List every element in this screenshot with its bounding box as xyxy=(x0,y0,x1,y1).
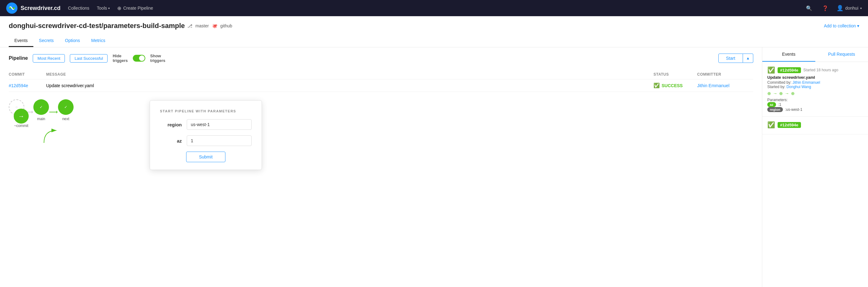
pipeline-label: Pipeline xyxy=(9,56,28,61)
rp-tab-events[interactable]: Events xyxy=(762,47,815,62)
start-pipeline-popup: START PIPELINE WITH PARAMETERS region az… xyxy=(150,100,262,170)
pipeline-area: Pipeline Most Recent Last Successful Hid… xyxy=(0,47,762,287)
col-committer: COMMITTER xyxy=(697,72,753,77)
event-item-2: ✅ #12d594e xyxy=(762,117,868,135)
param-value-az: :1 xyxy=(778,102,781,107)
svg-point-1 xyxy=(9,7,11,9)
add-to-collection-label: Add to collection ▾ xyxy=(824,23,859,28)
popup-input-region[interactable] xyxy=(187,119,252,130)
status-arrow-2: → xyxy=(785,91,789,96)
logo-icon xyxy=(6,2,18,14)
help-button[interactable]: ❓ xyxy=(820,3,830,13)
logo-text: Screwdriver.cd xyxy=(21,5,61,11)
start-button[interactable]: Start xyxy=(718,53,743,63)
status-arrow-1: → xyxy=(773,91,777,96)
search-icon: 🔍 xyxy=(806,5,812,11)
node-circle-commit[interactable]: → xyxy=(14,109,29,123)
event-committed-by-1: Committed by: Jithin Emmanuel xyxy=(767,80,863,85)
most-recent-label: Most Recent xyxy=(37,56,60,61)
tools-chevron-icon: ▾ xyxy=(108,6,110,10)
show-triggers-label: Show triggers xyxy=(150,53,165,63)
start-dropdown-button[interactable]: ▲ xyxy=(743,53,753,63)
search-button[interactable]: 🔍 xyxy=(804,3,814,13)
pipeline-node-main: ✓ main xyxy=(33,99,49,121)
tab-events[interactable]: Events xyxy=(9,35,33,47)
tools-menu[interactable]: Tools ▾ xyxy=(97,6,110,10)
svg-point-2 xyxy=(13,7,14,9)
params-label-1: Parameters: xyxy=(767,98,787,102)
event-status-icon-1: ✅ xyxy=(767,66,775,74)
param-value-region: :us-west-1 xyxy=(785,107,802,112)
start-button-group: Start ▲ xyxy=(718,53,753,63)
create-pipeline-link[interactable]: ⊕ Create Pipeline xyxy=(117,5,153,11)
user-menu[interactable]: 👤 donhui ▾ xyxy=(837,5,862,11)
event-commit-badge-2[interactable]: #12d594e xyxy=(778,122,801,128)
popup-submit-label: Submit xyxy=(199,154,213,159)
node-label-next: next xyxy=(62,117,69,121)
last-successful-label: Last Successful xyxy=(74,56,103,61)
status-circle-2: ⊕ xyxy=(779,91,783,96)
create-pipeline-label: Create Pipeline xyxy=(123,6,153,10)
node-label-commit: ~commit xyxy=(14,123,28,128)
pipeline-controls: Pipeline Most Recent Last Successful Hid… xyxy=(9,53,753,63)
right-panel-content: ✅ #12d594e Started 18 hours ago Update s… xyxy=(762,62,868,287)
event-commit-badge-1[interactable]: #12d594e xyxy=(778,67,801,73)
add-to-collection-button[interactable]: Add to collection ▾ xyxy=(824,23,859,28)
tab-secrets[interactable]: Secrets xyxy=(33,35,59,47)
page-title-row: donghui-screwdriver-cd-test/parameters-b… xyxy=(9,22,859,30)
popup-label-az: az xyxy=(160,138,182,143)
page-title-meta: ⎇ master 🐙 github xyxy=(187,23,232,28)
vcs-icon: 🐙 xyxy=(212,23,217,28)
right-panel: Events Pull Requests ✅ #12d594e Started … xyxy=(762,47,868,287)
popup-input-az[interactable] xyxy=(187,135,252,146)
last-successful-button[interactable]: Last Successful xyxy=(70,54,107,63)
rp-tab-pull-requests[interactable]: Pull Requests xyxy=(815,47,868,62)
user-chevron-icon: ▾ xyxy=(860,6,862,10)
popup-field-region: region xyxy=(160,119,252,130)
committer-link[interactable]: Jithin Emmanuel xyxy=(697,83,753,88)
event-time-1: Started 18 hours ago xyxy=(803,68,838,72)
col-status: STATUS xyxy=(653,72,697,77)
start-label: Start xyxy=(726,56,736,61)
title-group: donghui-screwdriver-cd-test/parameters-b… xyxy=(9,22,232,30)
branch-name: master xyxy=(195,23,209,28)
status-circle-1: ⊕ xyxy=(767,91,771,96)
tab-options[interactable]: Options xyxy=(59,35,86,47)
page-title: donghui-screwdriver-cd-test/parameters-b… xyxy=(9,22,185,30)
popup-submit-button[interactable]: Submit xyxy=(186,152,225,162)
check-icon-main: ✓ xyxy=(40,105,43,109)
tab-metrics[interactable]: Metrics xyxy=(86,35,111,47)
user-avatar-icon: 👤 xyxy=(837,5,843,11)
collections-link[interactable]: Collections xyxy=(68,6,89,10)
most-recent-button[interactable]: Most Recent xyxy=(33,54,65,63)
event-item-1: ✅ #12d594e Started 18 hours ago Update s… xyxy=(762,62,868,117)
node-pr-icon: ○ xyxy=(15,105,18,109)
commit-link[interactable]: #12d594e xyxy=(9,83,46,88)
event-status-icon-2: ✅ xyxy=(767,121,775,129)
committed-by-link-1[interactable]: Jithin Emmanuel xyxy=(793,80,820,85)
triggers-toggle[interactable] xyxy=(133,55,145,62)
navbar-right: 🔍 ❓ 👤 donhui ▾ xyxy=(804,3,862,13)
arrow-icon-2: ⟶ xyxy=(49,108,58,115)
committed-by-label-1: Committed by: xyxy=(767,80,791,85)
event-status-row-1: ⊕ → ⊕ → ⊕ xyxy=(767,91,863,96)
col-commit: COMMIT xyxy=(9,72,46,77)
popup-field-az: az xyxy=(160,135,252,146)
event-header-1: ✅ #12d594e Started 18 hours ago xyxy=(767,66,863,74)
help-icon: ❓ xyxy=(822,5,828,11)
event-started-by-1: Started by: Donghui Wang xyxy=(767,85,863,89)
check-icon-next: ✓ xyxy=(64,105,67,109)
pipeline-node-next: ✓ next xyxy=(58,99,73,121)
node-label-main: main xyxy=(37,117,45,121)
main-content: Pipeline Most Recent Last Successful Hid… xyxy=(0,47,868,287)
commit-arrow-svg xyxy=(31,124,56,149)
rp-tab-pr-label: Pull Requests xyxy=(828,52,855,57)
node-circle-main[interactable]: ✓ xyxy=(33,99,49,115)
started-by-link-1[interactable]: Donghui Wang xyxy=(786,85,811,89)
popup-label-region: region xyxy=(160,122,182,127)
logo[interactable]: Screwdriver.cd xyxy=(6,2,61,14)
event-params-1: Parameters: az :1 region :us-west-1 xyxy=(767,98,863,112)
node-circle-next[interactable]: ✓ xyxy=(58,99,73,115)
event-message-1: Update screwdriver.yaml xyxy=(767,75,863,80)
start-dropdown-icon: ▲ xyxy=(746,56,750,60)
